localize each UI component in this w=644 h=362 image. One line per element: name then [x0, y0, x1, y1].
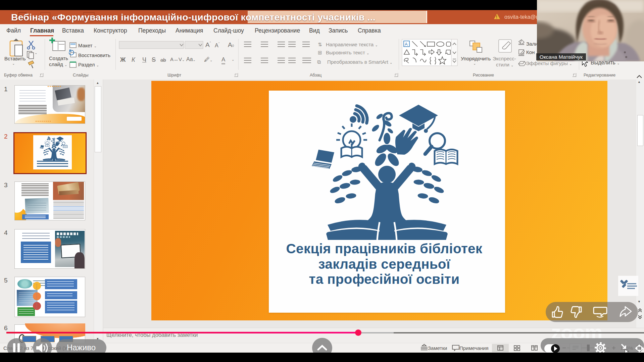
svg-text:A: A: [405, 42, 408, 47]
